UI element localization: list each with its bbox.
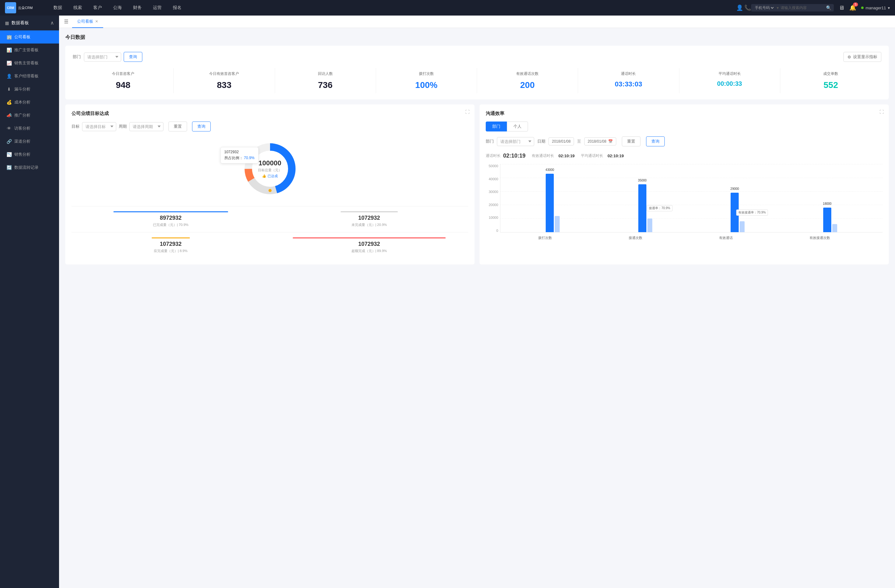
stat-first-consult: 今日首咨客户 948 <box>73 68 174 93</box>
goal-panel-expand-btn[interactable]: ⛶ <box>465 109 470 114</box>
bar-eff-connect-label: 18000 <box>823 202 831 205</box>
sidebar-item-cost[interactable]: 💰 成本分析 <box>0 96 59 109</box>
comm-panel-expand-btn[interactable]: ⛶ <box>880 109 884 114</box>
user-info[interactable]: manager11 ▾ <box>861 6 890 10</box>
sidebar-icon-cost: 💰 <box>6 100 12 105</box>
date-from-input[interactable]: 2018/01/08 <box>549 137 574 145</box>
nav-item-data[interactable]: 数据 <box>49 3 67 12</box>
comm-eff-time: 有效通话时长 02:10:19 <box>532 153 575 159</box>
svg-point-4 <box>268 189 272 192</box>
phone-icon[interactable]: 📞 <box>744 5 751 11</box>
monitor-icon[interactable]: 🖥 <box>839 5 844 11</box>
tooltip-pct-label: 所占比例： <box>225 156 243 160</box>
today-query-btn[interactable]: 查询 <box>124 52 142 62</box>
sidebar-icon-sales-analysis: 📉 <box>6 152 12 157</box>
bar-connect-label: 35000 <box>638 179 647 182</box>
bar-dial-blue <box>546 174 554 232</box>
notification-icon[interactable]: 🔔 5 <box>849 5 856 11</box>
bar-group-effective: 29000 有效接通率：70.9% <box>731 193 745 232</box>
search-type-select[interactable]: 手机号码 <box>754 5 775 10</box>
comm-reset-btn[interactable]: 重置 <box>622 136 640 146</box>
dept-filter-label: 部门 <box>73 54 81 60</box>
goal-stat-over-complete: 1072932 超额完成（元）| 89.9% <box>270 232 469 258</box>
comm-dept-select[interactable]: 请选择部门 <box>497 137 534 146</box>
x-axis: 拨打次数 接通次数 有效通话 有效接通次数 <box>486 234 883 240</box>
date-to-input[interactable]: 2018/01/08 📅 <box>584 137 616 145</box>
bar-connect-main: 35000 <box>638 184 646 232</box>
goal-stat-value-should: 1072932 <box>75 241 266 247</box>
bar-group-dial: 43000 <box>546 174 560 232</box>
sidebar-item-funnel[interactable]: ⬇ 漏斗分析 <box>0 83 59 96</box>
sidebar-item-channel[interactable]: 🔗 渠道分析 <box>0 135 59 148</box>
dept-filter-select[interactable]: 请选择部门 <box>84 53 121 62</box>
stat-label-1: 今日有效首咨客户 <box>176 71 272 76</box>
comm-tab-dept[interactable]: 部门 <box>486 121 507 132</box>
y-axis: 50000 40000 30000 20000 10000 0 <box>486 164 500 232</box>
tab-menu-btn[interactable]: ☰ <box>64 19 68 24</box>
calendar-icon: 📅 <box>608 139 613 144</box>
x-label-dial: 拨打次数 <box>538 236 552 240</box>
stat-dial-count: 拨打次数 100% <box>376 68 477 93</box>
user-icon[interactable]: 👤 <box>736 5 743 11</box>
tab-close-btn[interactable]: ✕ <box>95 19 98 24</box>
period-select[interactable]: 请选择周期 <box>129 122 164 131</box>
comm-tabs: 部门 个人 <box>486 121 883 132</box>
settings-icon: ⚙ <box>848 55 851 59</box>
search-button[interactable]: 🔍 <box>826 5 831 10</box>
y-label-10000: 10000 <box>488 216 498 220</box>
stat-avg-call-duration: 平均通话时长 00:00:33 <box>679 68 780 93</box>
goal-stat-label-over: 超额完成（元）| 89.9% <box>274 249 465 253</box>
donut-center-value: 100000 <box>258 159 282 167</box>
sidebar-item-promo-analysis[interactable]: 📣 推广分析 <box>0 109 59 122</box>
nav-item-customers[interactable]: 客户 <box>88 3 107 12</box>
goal-stat-bar-completed <box>114 211 228 212</box>
sidebar-header: ▦ 数据看板 ∧ <box>0 15 59 30</box>
sidebar-label-promo-analysis: 推广分析 <box>14 112 30 118</box>
goal-reset-btn[interactable]: 重置 <box>168 121 187 132</box>
goal-stat-label-should: 应完成量（元）| 8.9% <box>75 249 266 253</box>
donut-center-badge: 👍 已达成 <box>258 174 282 178</box>
goal-select[interactable]: 请选择目标 <box>82 122 116 131</box>
nav-item-public[interactable]: 公海 <box>108 3 127 12</box>
stat-value-5: 03:33:03 <box>581 80 676 88</box>
sidebar-icon-visitor: 👁 <box>6 126 12 131</box>
x-label-eff-connect: 有效接通次数 <box>810 236 830 240</box>
nav-item-signup[interactable]: 报名 <box>168 3 187 12</box>
tab-company-board[interactable]: 公司看板 ✕ <box>72 15 103 28</box>
goal-stat-label-completed: 已完成量（元）| 70.9% <box>75 223 266 227</box>
grid-line-1 <box>500 164 883 164</box>
sidebar-item-account-manager[interactable]: 👤 客户经理看板 <box>0 70 59 83</box>
bar-effective-label: 29000 <box>730 187 739 191</box>
comm-bar-chart: 50000 40000 30000 20000 10000 0 <box>486 164 883 240</box>
comm-query-btn[interactable]: 查询 <box>646 136 665 146</box>
nav-item-finance[interactable]: 财务 <box>128 3 147 12</box>
eff-time-value: 02:10:19 <box>558 153 575 158</box>
annotation-effective-rate: 有效接通率：70.9% <box>736 209 768 216</box>
sidebar-icon-data-flow: 🔄 <box>6 165 12 170</box>
avg-time-label: 平均通话时长 <box>581 153 603 159</box>
sidebar-item-data-flow[interactable]: 🔄 数据流转记录 <box>0 161 59 174</box>
sidebar-label-data-flow: 数据流转记录 <box>14 165 38 170</box>
donut-center-label: 目标总量（元） <box>258 168 282 173</box>
call-time-value: 02:10:19 <box>503 153 525 159</box>
sidebar-item-sales-analysis[interactable]: 📉 销售分析 <box>0 148 59 161</box>
sidebar-item-visitor[interactable]: 👁 访客分析 <box>0 122 59 135</box>
sidebar-item-promo-manager[interactable]: 📊 推广主管看板 <box>0 44 59 56</box>
date-to-value: 2018/01/08 <box>588 139 606 144</box>
goal-stat-value-over: 1072932 <box>274 241 465 247</box>
sidebar-icon-company: 🏢 <box>6 35 12 39</box>
search-input[interactable] <box>781 6 824 10</box>
goal-query-btn[interactable]: 查询 <box>192 121 211 132</box>
nav-item-leads[interactable]: 线索 <box>68 3 87 12</box>
comm-tab-personal[interactable]: 个人 <box>507 121 528 132</box>
today-data-title: 今日数据 <box>65 34 889 41</box>
goal-chart-area: 1072932 所占比例： 70.9% <box>71 138 468 200</box>
nav-item-ops[interactable]: 运营 <box>148 3 167 12</box>
bar-group-eff-connect: 18000 <box>823 208 837 232</box>
sidebar-collapse-btn[interactable]: ∧ <box>50 20 54 26</box>
stat-revisit-count: 回访人数 736 <box>275 68 376 93</box>
stat-label-3: 拨打次数 <box>379 71 474 76</box>
sidebar-item-sales-manager[interactable]: 📈 销售主管看板 <box>0 56 59 70</box>
settings-display-btn[interactable]: ⚙ 设置显示指标 <box>843 52 881 62</box>
sidebar-item-company-board[interactable]: 🏢 公司看板 <box>0 30 59 44</box>
